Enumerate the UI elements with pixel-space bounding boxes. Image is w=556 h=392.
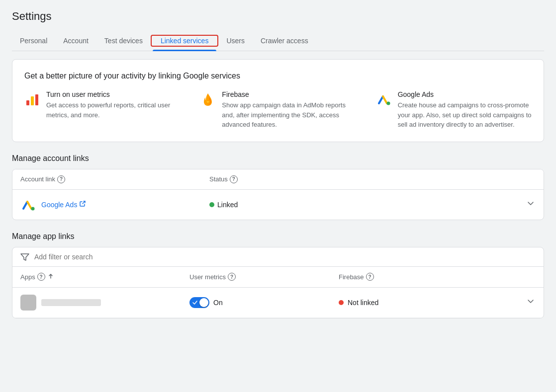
filter-search-input[interactable] [34,253,536,261]
firebase-status-cell: Not linked [339,299,526,307]
account-link-help-icon[interactable]: ? [57,175,65,183]
svg-point-4 [31,207,35,210]
svg-rect-0 [26,100,29,105]
svg-rect-2 [35,94,38,105]
user-metrics-cell: On [189,297,339,308]
feature-firebase-desc: Show app campaign data in AdMob reports … [222,100,356,130]
toggle-thumb [199,298,208,307]
feature-google-ads-desc: Create house ad campaigns to cross-promo… [398,100,532,130]
account-links-row[interactable]: Google Ads Linked [12,190,544,220]
active-tab-wrapper: Linked services [151,35,219,47]
status-col-header: Status ? [209,175,536,183]
user-metrics-toggle[interactable] [189,297,209,308]
google-ads-link[interactable]: Google Ads [41,200,86,209]
firebase-col-header: Firebase ? [339,273,536,281]
account-link-cell: Google Ads [20,197,209,213]
info-features: Turn on user metrics Get access to power… [24,90,532,130]
app-row[interactable]: On Not linked [12,288,544,318]
feature-user-metrics: Turn on user metrics Get access to power… [24,90,180,130]
tab-test-devices[interactable]: Test devices [96,31,151,51]
app-cell [20,295,189,311]
feature-user-metrics-desc: Get access to powerful reports, critical… [46,100,180,120]
feature-google-ads: Google Ads Create house ad campaigns to … [376,90,532,130]
page-title: Settings [12,10,544,23]
apps-col-header: Apps ? [20,273,189,281]
feature-user-metrics-title: Turn on user metrics [46,90,180,98]
firebase-icon [200,91,216,107]
svg-rect-1 [31,96,34,105]
user-metrics-col-header: User metrics ? [189,273,339,281]
apps-sort-icon[interactable] [47,273,54,281]
app-links-table: Apps ? User metrics ? Firebase ? [12,247,544,318]
manage-account-links-section: Manage account links Account link ? Stat… [12,154,544,220]
tab-personal[interactable]: Personal [12,31,55,51]
linked-status: Linked [209,201,238,209]
manage-app-links-title: Manage app links [12,232,544,241]
user-metrics-icon [24,91,40,107]
linked-status-dot [209,202,214,207]
app-icon [20,295,36,311]
apps-help-icon[interactable]: ? [37,273,45,281]
user-metrics-on-label: On [213,299,223,307]
filter-row [12,247,544,267]
firebase-status-dot [339,300,344,305]
info-card-title: Get a better picture of your activity by… [24,72,532,80]
tab-linked-services[interactable]: Linked services [153,31,217,51]
manage-app-links-section: Manage app links Apps ? [12,232,544,318]
tab-account[interactable]: Account [55,31,96,51]
manage-account-links-title: Manage account links [12,154,544,163]
status-help-icon[interactable]: ? [230,175,238,183]
feature-firebase-content: Firebase Show app campaign data in AdMob… [222,90,356,130]
feature-user-metrics-content: Turn on user metrics Get access to power… [46,90,180,120]
filter-icon [20,252,29,261]
account-row-expand-icon[interactable] [526,198,536,211]
account-links-table-header: Account link ? Status ? [12,169,544,190]
status-cell: Linked [209,201,526,209]
app-name-placeholder [41,299,101,306]
account-link-col-header: Account link ? [20,175,209,183]
tabs-bar: Personal Account Test devices Linked ser… [12,31,544,51]
info-card: Get a better picture of your activity by… [12,59,544,142]
firebase-status-label: Not linked [348,299,378,307]
feature-firebase-title: Firebase [222,90,356,98]
feature-google-ads-title: Google Ads [398,90,532,98]
feature-google-ads-content: Google Ads Create house ad campaigns to … [398,90,532,130]
toggle-check-icon [192,300,198,306]
feature-firebase: Firebase Show app campaign data in AdMob… [200,90,356,130]
tab-crawler-access[interactable]: Crawler access [253,31,316,51]
external-link-icon [79,200,86,209]
app-links-table-header: Apps ? User metrics ? Firebase ? [12,267,544,288]
app-row-expand-icon[interactable] [526,296,536,309]
google-ads-row-icon [20,197,36,213]
user-metrics-help-icon[interactable]: ? [228,273,236,281]
settings-page: Settings Personal Account Test devices L… [0,0,556,392]
firebase-help-icon[interactable]: ? [366,273,374,281]
svg-point-3 [386,102,390,105]
account-links-table: Account link ? Status ? [12,169,544,220]
tab-users[interactable]: Users [218,31,253,51]
google-ads-feature-icon [376,91,392,107]
